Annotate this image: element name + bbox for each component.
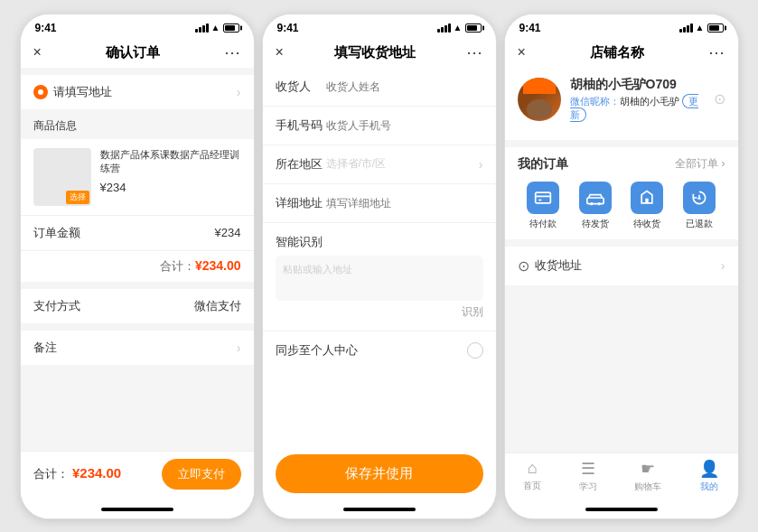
order-icons: 待付款 待发货 待收货 [518, 182, 725, 230]
product-price: ¥234 [100, 181, 241, 194]
phone-shop: 9:41 ▲ × 店铺名称 ··· [504, 14, 739, 519]
footer-amount: ¥234.00 [72, 465, 121, 481]
svg-rect-0 [536, 192, 551, 203]
bottom-nav: ⌂ 首页 ☰ 学习 ☛ 购物车 👤 我的 [505, 453, 738, 500]
my-order-section: 我的订单 全部订单 › 待付款 待发货 [505, 147, 738, 239]
avatar-hat [523, 78, 556, 94]
close-button-1[interactable]: × [33, 44, 42, 61]
order-item-pending-receive[interactable]: 待收货 [631, 182, 663, 230]
receiver-input[interactable] [326, 80, 483, 93]
address-left: 请填写地址 [33, 84, 112, 100]
total-amount: ¥234.00 [195, 258, 241, 275]
time-2: 9:41 [277, 22, 299, 34]
phone-order-confirm: 9:41 ▲ × 确认订单 ··· 请填写地址 › 商品信息 [20, 14, 255, 519]
status-bar-1: 9:41 ▲ [21, 14, 254, 38]
home-nav-icon: ⌂ [528, 459, 538, 478]
home-bar-2 [343, 508, 416, 511]
wechat-label: 微信昵称： [570, 96, 620, 107]
home-bar-1 [101, 508, 173, 511]
nav-item-learn[interactable]: ☰ 学习 [579, 459, 597, 493]
identify-button[interactable]: 识别 [276, 304, 483, 320]
status-bar-3: 9:41 ▲ [505, 14, 738, 38]
order-amount-value: ¥234 [215, 226, 241, 239]
more-button-2[interactable]: ··· [466, 43, 482, 62]
page-title-2: 填写收货地址 [284, 44, 467, 61]
payment-label: 支付方式 [33, 298, 80, 314]
status-icons-3: ▲ [679, 23, 724, 33]
smart-row: 智能识别 粘贴或输入地址 识别 [263, 223, 496, 331]
product-card: 选择 数据产品体系课数据产品经理训练营 ¥234 [21, 139, 254, 215]
phone-input[interactable] [326, 119, 483, 132]
divider-1 [21, 282, 254, 289]
nav-item-home[interactable]: ⌂ 首页 [523, 459, 541, 493]
smart-input[interactable]: 粘贴或输入地址 [276, 256, 483, 301]
product-info: 数据产品体系课数据产品经理训练营 ¥234 [100, 148, 241, 195]
region-label: 所在地区 [276, 156, 326, 173]
delivery-left: ⊙ 收货地址 [518, 257, 582, 275]
cart-nav-label: 购物车 [634, 481, 661, 493]
order-body: 请填写地址 › 商品信息 选择 数据产品体系课数据产品经理训练营 ¥234 订单… [21, 68, 254, 451]
shop-header: 胡柚的小毛驴O709 微信昵称：胡柚的小毛驴 更新 ⊙ [505, 68, 738, 140]
location-icon [33, 85, 48, 99]
my-order-title: 我的订单 [518, 156, 568, 173]
cart-nav-icon: ☛ [641, 459, 655, 479]
more-button-1[interactable]: ··· [224, 43, 240, 62]
order-item-refunded[interactable]: 已退款 [683, 182, 716, 230]
home-nav-label: 首页 [523, 480, 541, 492]
delivery-address-row[interactable]: ⊙ 收货地址 › [505, 247, 738, 285]
avatar [518, 78, 561, 121]
nav-item-cart[interactable]: ☛ 购物车 [634, 459, 661, 493]
address-form-body: 收货人 手机号码 所在地区 选择省/市/区 › 详细地址 智能识别 粘贴或输入地… [263, 68, 496, 447]
all-orders-link[interactable]: 全部订单 › [675, 156, 725, 172]
more-button-3[interactable]: ··· [708, 43, 725, 62]
order-item-pending-ship[interactable]: 待发货 [579, 182, 612, 230]
detail-row: 详细地址 [263, 184, 496, 223]
pending-receive-icon [638, 189, 656, 207]
remark-chevron-icon: › [237, 341, 241, 355]
smart-label: 智能识别 [276, 234, 483, 250]
sync-label: 同步至个人中心 [276, 342, 358, 359]
pending-ship-label: 待发货 [582, 218, 609, 230]
payment-row: 支付方式 微信支付 [21, 289, 254, 323]
wifi-icon-2: ▲ [454, 23, 463, 33]
payment-value: 微信支付 [194, 298, 241, 314]
save-button[interactable]: 保存并使用 [276, 454, 483, 493]
svg-rect-3 [587, 198, 604, 204]
shop-body: 胡柚的小毛驴O709 微信昵称：胡柚的小毛驴 更新 ⊙ 我的订单 全部订单 › [505, 68, 738, 453]
delivery-location-icon: ⊙ [518, 257, 529, 275]
sync-row: 同步至个人中心 [263, 331, 496, 369]
region-row[interactable]: 所在地区 选择省/市/区 › [263, 145, 496, 184]
order-total-row: 合计： ¥234.00 [21, 250, 254, 282]
sync-radio[interactable] [467, 342, 483, 359]
shop-info: 胡柚的小毛驴O709 微信昵称：胡柚的小毛驴 更新 [570, 77, 705, 122]
remark-row[interactable]: 备注 › [21, 331, 254, 365]
phone-row: 手机号码 [263, 107, 496, 145]
close-button-2[interactable]: × [276, 44, 284, 61]
pay-button[interactable]: 立即支付 [162, 459, 241, 490]
svg-point-5 [597, 202, 600, 205]
mine-nav-label: 我的 [700, 481, 718, 493]
close-button-3[interactable]: × [518, 44, 526, 61]
address-selector[interactable]: 请填写地址 › [21, 75, 254, 109]
home-indicator-2 [263, 500, 496, 518]
total-label: 合计： [160, 258, 195, 275]
nav-item-mine[interactable]: 👤 我的 [699, 459, 719, 493]
edit-icon[interactable]: ⊙ [714, 90, 725, 107]
shop-profile: 胡柚的小毛驴O709 微信昵称：胡柚的小毛驴 更新 ⊙ [518, 77, 725, 122]
detail-label: 详细地址 [276, 195, 326, 211]
pending-ship-icon [586, 189, 604, 207]
home-indicator-3 [505, 500, 738, 518]
time-3: 9:41 [519, 22, 541, 34]
svg-point-4 [590, 202, 593, 205]
select-button[interactable]: 选择 [66, 191, 89, 204]
product-name: 数据产品体系课数据产品经理训练营 [100, 148, 241, 176]
product-image: 选择 [33, 148, 91, 206]
delivery-chevron-icon: › [721, 258, 725, 273]
wifi-icon-1: ▲ [211, 23, 220, 33]
page-title-1: 确认订单 [42, 44, 225, 61]
order-item-pending-pay[interactable]: 待付款 [527, 182, 559, 230]
chevron-right-icon: › [237, 85, 241, 99]
detail-input[interactable] [326, 197, 483, 210]
battery-icon-1 [223, 23, 239, 33]
wechat-nick-row: 微信昵称：胡柚的小毛驴 更新 [570, 95, 705, 122]
